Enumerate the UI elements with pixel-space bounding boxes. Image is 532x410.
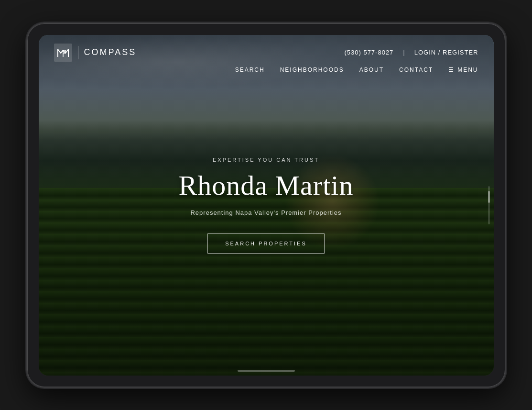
brand-name: COMPASS xyxy=(84,47,137,57)
header-right: (530) 577-8027 | LOGIN / REGISTER xyxy=(344,49,478,56)
tablet-screen: COMPASS (530) 577-8027 | LOGIN / REGISTE… xyxy=(39,35,494,376)
header-divider-bar: | xyxy=(403,49,404,56)
menu-icon: ☰ xyxy=(448,66,455,73)
hero-title: Rhonda Martin xyxy=(39,169,494,201)
main-nav: SEARCH NEIGHBORHOODS ABOUT CONTACT ☰ MEN… xyxy=(54,66,478,73)
nav-item-about[interactable]: ABOUT xyxy=(359,66,384,73)
header-top: COMPASS (530) 577-8027 | LOGIN / REGISTE… xyxy=(54,44,478,62)
hero-subtitle: EXPERTISE YOU CAN TRUST xyxy=(39,157,494,163)
logo-area[interactable]: COMPASS xyxy=(54,44,137,62)
scroll-thumb xyxy=(488,191,490,203)
login-register-link[interactable]: LOGIN / REGISTER xyxy=(414,49,478,56)
nav-item-contact[interactable]: CONTACT xyxy=(399,66,433,73)
logo-divider xyxy=(78,46,78,59)
site-header: COMPASS (530) 577-8027 | LOGIN / REGISTE… xyxy=(39,35,494,73)
search-properties-button[interactable]: SEARCH PROPERTIES xyxy=(207,233,325,254)
menu-label: MENU xyxy=(457,66,478,73)
bottom-bar-indicator xyxy=(238,370,295,372)
scroll-indicator[interactable] xyxy=(488,186,490,224)
phone-number[interactable]: (530) 577-8027 xyxy=(344,49,393,56)
nav-item-neighborhoods[interactable]: NEIGHBORHOODS xyxy=(280,66,344,73)
hamburger-menu[interactable]: ☰ MENU xyxy=(448,66,478,73)
hero-content: EXPERTISE YOU CAN TRUST Rhonda Martin Re… xyxy=(39,157,494,254)
tablet-frame: COMPASS (530) 577-8027 | LOGIN / REGISTE… xyxy=(27,23,505,387)
brand-logo-icon xyxy=(54,44,72,62)
hero-description: Representing Napa Valley's Premier Prope… xyxy=(39,209,494,216)
nav-item-search[interactable]: SEARCH xyxy=(235,66,265,73)
